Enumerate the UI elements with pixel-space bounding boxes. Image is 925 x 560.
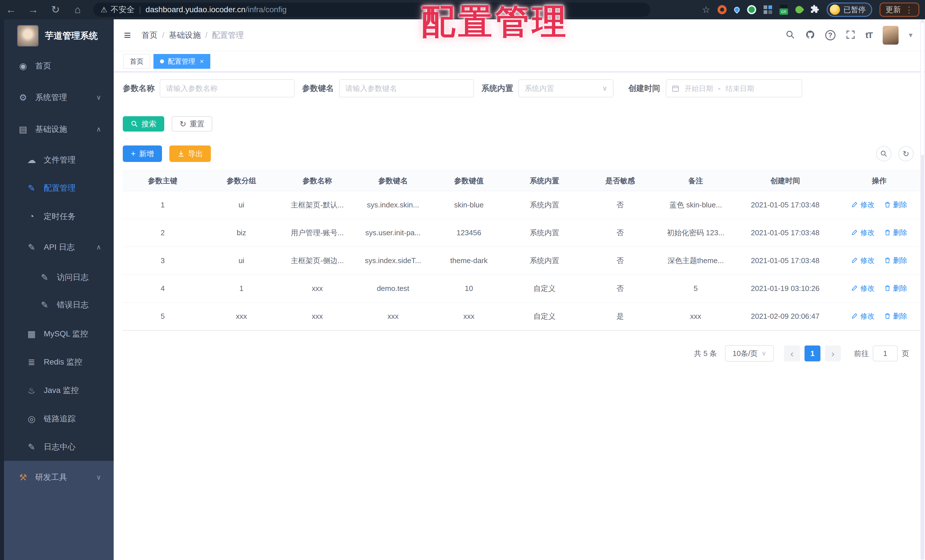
calendar-icon	[672, 84, 679, 92]
edit-icon: ✎	[25, 183, 38, 194]
sidebar-item-file-manage[interactable]: ☁ 文件管理	[4, 151, 114, 169]
browser-home-button[interactable]: ⌂	[66, 4, 89, 16]
update-label: 更新	[886, 5, 901, 15]
tag-config-manage[interactable]: 配置管理 ×	[154, 54, 210, 69]
help-icon[interactable]: ?	[825, 30, 836, 40]
breadcrumb-infra[interactable]: 基础设施	[169, 30, 200, 41]
sidebar-item-scheduled-tasks[interactable]: ◔ 定时任务	[4, 208, 114, 226]
delete-button[interactable]: 删除	[884, 283, 907, 293]
refresh-table-button[interactable]: ↻	[898, 146, 914, 161]
delete-button[interactable]: 删除	[884, 200, 907, 209]
sidebar-item-redis-monitor[interactable]: ≣ Redis 监控	[4, 353, 114, 371]
header-actions: ? tT ▾	[785, 26, 913, 45]
url-separator: |	[139, 5, 141, 14]
tag-home[interactable]: 首页	[124, 54, 150, 69]
delete-button[interactable]: 删除	[884, 312, 907, 321]
search-icon[interactable]	[785, 30, 795, 41]
pencil-icon	[851, 229, 858, 236]
tags-view-bar: 首页 配置管理 ×	[114, 51, 925, 72]
delete-button[interactable]: 删除	[884, 228, 907, 237]
browser-reload-button[interactable]: ↻	[44, 4, 66, 16]
goto-page-input[interactable]	[873, 345, 898, 361]
system-builtin-select[interactable]: 系统内置 ∨	[518, 79, 613, 98]
add-button[interactable]: + 新增	[123, 146, 162, 162]
chevron-up-icon: ∧	[96, 243, 101, 251]
extension-cn-icon[interactable]: cn	[779, 5, 788, 15]
extensions-puzzle-icon[interactable]	[810, 5, 819, 15]
user-avatar[interactable]	[883, 26, 899, 45]
goto-label: 前往	[854, 349, 869, 358]
export-button[interactable]: 导出	[169, 146, 211, 162]
filter-bar: 参数名称 参数键名 系统内置 系统内置 ∨ 创建时间 开始日期 - 结束日期	[123, 79, 802, 98]
sidebar-item-dev-tools[interactable]: ⚒ 研发工具 ∨	[4, 468, 114, 486]
pencil-icon	[851, 257, 858, 263]
breadcrumb-home[interactable]: 首页	[142, 30, 158, 41]
edit-button[interactable]: 修改	[851, 200, 874, 209]
pagination: 共 5 条 10条/页 ∨ ‹ 1 › 前往 页	[694, 345, 909, 362]
address-bar[interactable]: ⚠ 不安全 | dashboard.yudao.iocoder.cn /infr…	[93, 3, 650, 17]
sidebar-item-log-center[interactable]: ✎ 日志中心	[4, 438, 114, 456]
trash-icon	[884, 257, 891, 263]
app-logo-avatar	[17, 25, 39, 47]
extension-pin-icon[interactable]	[733, 6, 741, 14]
date-start-placeholder: 开始日期	[685, 84, 713, 93]
avatar-caret-icon[interactable]: ▾	[909, 31, 913, 39]
sidebar-item-home[interactable]: ◉ 首页	[4, 57, 114, 75]
collapse-sidebar-icon[interactable]: ≡	[124, 29, 131, 42]
next-page-button[interactable]: ›	[825, 345, 841, 361]
infrastructure-icon: ▤	[17, 124, 30, 135]
font-size-icon[interactable]: tT	[866, 30, 872, 40]
page-1-button[interactable]: 1	[804, 345, 820, 361]
delete-button[interactable]: 删除	[884, 256, 907, 265]
github-icon[interactable]	[805, 30, 815, 41]
sidebar-item-trace[interactable]: ◎ 链路追踪	[4, 410, 114, 428]
tools-icon: ⚒	[17, 472, 30, 483]
log-icon: ✎	[25, 442, 38, 452]
reset-button[interactable]: ↻ 重置	[172, 116, 212, 131]
search-button[interactable]: 搜索	[123, 116, 164, 131]
extension-plant-icon[interactable]	[794, 5, 804, 15]
extension-grid-icon[interactable]	[764, 5, 772, 14]
edit-button[interactable]: 修改	[851, 283, 874, 293]
refresh-icon: ↻	[902, 149, 909, 158]
cloud-icon: ☁	[25, 155, 38, 166]
search-icon	[880, 150, 887, 157]
app-logo-row[interactable]: 芋道管理系统	[17, 25, 98, 47]
date-range-picker[interactable]: 开始日期 - 结束日期	[666, 79, 802, 98]
prev-page-button[interactable]: ‹	[784, 345, 800, 361]
table-row: 2 biz 用户管理-账号... sys.user.init-pa... 123…	[122, 219, 922, 247]
extension-donut-icon[interactable]	[717, 5, 727, 14]
bookmark-star-icon[interactable]: ☆	[702, 4, 710, 15]
edit-button[interactable]: 修改	[851, 312, 874, 321]
toggle-search-button[interactable]	[876, 146, 892, 161]
trash-icon	[884, 285, 891, 292]
sidebar-item-system[interactable]: ⚙ 系统管理 ∨	[4, 88, 114, 107]
sidebar-item-config-manage[interactable]: ✎ 配置管理	[4, 179, 114, 197]
monitor-icon: ▦	[25, 329, 38, 339]
edit-button[interactable]: 修改	[851, 228, 874, 237]
fullscreen-icon[interactable]	[846, 30, 856, 41]
browser-back-button[interactable]: ←	[0, 4, 22, 16]
profile-emoji-icon	[830, 5, 840, 15]
extension-green-icon[interactable]	[747, 5, 756, 14]
gear-icon: ⚙	[17, 92, 30, 103]
sidebar-item-mysql-monitor[interactable]: ▦ MySQL 监控	[4, 325, 114, 343]
sidebar-item-java-monitor[interactable]: ♨ Java 监控	[4, 381, 114, 399]
sidebar-item-error-logs[interactable]: ✎ 错误日志	[4, 296, 114, 314]
sidebar-item-api-logs[interactable]: ✎ API 日志 ∧	[4, 238, 114, 256]
browser-update-button[interactable]: 更新 ⋮	[880, 3, 919, 17]
param-name-input[interactable]	[160, 79, 295, 98]
page-size-select[interactable]: 10条/页 ∨	[725, 345, 774, 362]
sidebar-item-infra[interactable]: ▤ 基础设施 ∧	[4, 120, 114, 138]
param-key-input[interactable]	[339, 79, 474, 98]
browser-forward-button[interactable]: →	[22, 4, 44, 16]
close-icon[interactable]: ×	[200, 57, 204, 65]
edit-button[interactable]: 修改	[851, 256, 874, 265]
url-path: /infra/config	[246, 5, 287, 14]
page-scrollbar-thumb[interactable]	[920, 22, 924, 156]
sidebar-item-access-logs[interactable]: ✎ 访问日志	[4, 268, 114, 286]
sidebar: 芋道管理系统 ◉ 首页 ⚙ 系统管理 ∨ ▤ 基础设施 ∧ ☁ 文件管理 ✎ 配…	[0, 19, 114, 560]
browser-menu-icon[interactable]: ⋮	[905, 5, 913, 15]
profile-paused-badge[interactable]: 已暂停	[827, 3, 872, 17]
date-end-placeholder: 结束日期	[726, 84, 754, 93]
